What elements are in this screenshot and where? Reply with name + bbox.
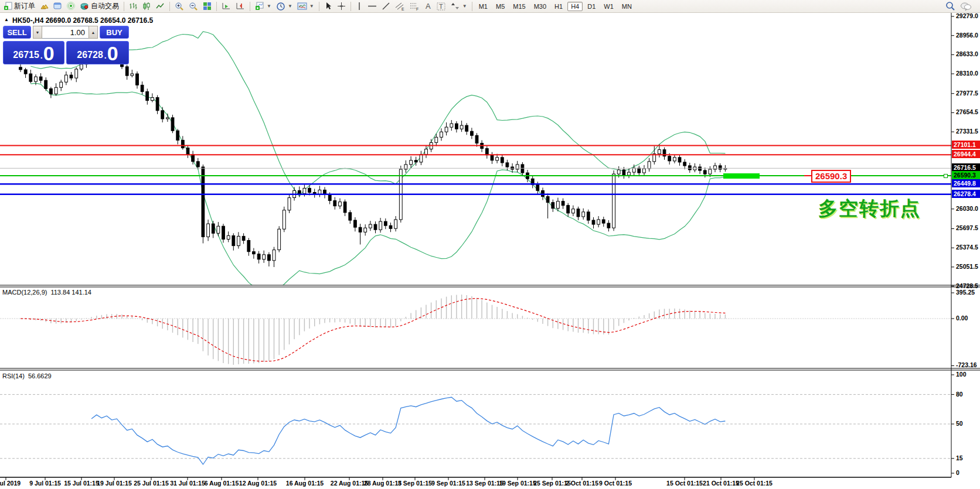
templates-button[interactable]: ▼	[295, 1, 317, 12]
toolbar-separator	[250, 2, 250, 11]
price-axis-tick: 25374.5	[956, 244, 978, 251]
macd-axis-tick: 395.25	[956, 289, 975, 296]
equidistant-channel-icon: E	[395, 2, 405, 11]
tf-button-M5[interactable]: M5	[492, 2, 508, 11]
text-label-tool-button[interactable]: T	[434, 1, 448, 12]
autotrading-button[interactable]: 自动交易	[78, 1, 121, 12]
text-tool-button[interactable]: A	[422, 1, 434, 12]
indicators-button[interactable]: ▼	[253, 1, 274, 12]
time-axis-label: 25 Oct 01:15	[728, 480, 781, 487]
zoom-out-button[interactable]	[186, 1, 200, 12]
chinese-annotation-text[interactable]: 多空转折点	[818, 196, 921, 222]
templates-icon	[297, 2, 307, 11]
price-axis-tick: 27654.5	[956, 108, 978, 115]
market-watch-button[interactable]	[38, 1, 51, 12]
tf-button-M30[interactable]: M30	[530, 2, 550, 11]
gold-icon	[40, 2, 49, 11]
crosshair-tool-button[interactable]	[335, 1, 348, 12]
zoom-in-icon	[175, 2, 184, 11]
rsi-axis-tick: 15	[956, 454, 963, 461]
tile-windows-button[interactable]	[200, 1, 214, 12]
hline-drag-handle[interactable]	[944, 174, 948, 178]
volume-input[interactable]	[42, 26, 89, 39]
collapse-chart-icon[interactable]: ▲	[4, 17, 9, 22]
vertical-line-icon	[356, 2, 363, 11]
signals-button[interactable]	[64, 1, 78, 12]
macd-axis-tick: 0.00	[956, 314, 968, 322]
tf-button-H1[interactable]: H1	[551, 2, 566, 11]
cursor-tool-button[interactable]	[322, 1, 335, 12]
price-axis-tick: 29279.0	[956, 12, 978, 19]
horizontal-line-icon	[368, 2, 377, 11]
auto-scroll-icon	[222, 2, 231, 11]
toolbar-separator	[124, 2, 124, 11]
tile-windows-icon	[203, 2, 212, 11]
buy-price-display[interactable]: 26728.0	[66, 41, 129, 64]
chart-shift-button[interactable]	[233, 1, 247, 12]
price-level-label: 26944.4	[952, 150, 980, 158]
price-axis-tick: 25697.5	[956, 224, 978, 231]
auto-scroll-button[interactable]	[219, 1, 233, 12]
terminal-button[interactable]	[51, 1, 64, 12]
buy-price-dot: .	[104, 52, 107, 60]
price-level-label: 26449.8	[952, 179, 980, 187]
toolbar-separator	[169, 2, 170, 11]
zoom-in-button[interactable]	[172, 1, 186, 12]
chevron-down-icon: ▼	[267, 4, 271, 9]
price-axis-tick: 25051.5	[956, 263, 978, 270]
chat-button[interactable]	[958, 1, 974, 12]
volume-decrease-button[interactable]: ▼	[33, 26, 42, 39]
chart-canvas[interactable]	[0, 0, 980, 489]
tf-button-W1[interactable]: W1	[600, 2, 617, 11]
equidistant-channel-tool-button[interactable]: E	[393, 1, 407, 12]
price-level-label: 26590.3	[952, 171, 980, 179]
horizontal-line-tool-button[interactable]	[365, 1, 379, 12]
price-axis-tick: 24728.5	[956, 282, 978, 289]
main-toolbar: 新订单 自动交易 ▼ ▼ ▼ E F A T ▼	[0, 0, 980, 13]
line-chart-icon	[156, 2, 165, 11]
volume-increase-button[interactable]: ▲	[89, 26, 98, 39]
price-level-label: 27101.1	[952, 141, 980, 149]
toolbar-separator	[216, 2, 217, 11]
rsi-name: RSI(14)	[2, 372, 25, 379]
tf-button-M1[interactable]: M1	[475, 2, 491, 11]
callout-connector	[804, 175, 811, 176]
text-icon: A	[424, 2, 432, 11]
zoom-out-icon	[189, 2, 198, 11]
green-highlight-segment[interactable]	[723, 173, 760, 179]
tf-button-D1[interactable]: D1	[584, 2, 599, 11]
tf-button-M15[interactable]: M15	[509, 2, 529, 11]
fibonacci-tool-button[interactable]: F	[407, 1, 422, 12]
arrows-icon	[451, 2, 460, 11]
vertical-line-tool-button[interactable]	[353, 1, 365, 12]
trendline-tool-button[interactable]	[379, 1, 393, 12]
buy-price-pips: 0	[107, 46, 118, 62]
chevron-down-icon: ▼	[288, 4, 292, 9]
candlestick-mode-button[interactable]	[140, 1, 154, 12]
line-chart-mode-button[interactable]	[154, 1, 167, 12]
chevron-down-icon: ▼	[462, 4, 467, 9]
price-callout-label[interactable]: 26590.3	[811, 170, 851, 183]
crosshair-icon	[337, 2, 346, 11]
price-axis-tick: 27331.5	[956, 128, 978, 135]
arrows-tool-button[interactable]: ▼	[448, 1, 469, 12]
chat-icon	[960, 2, 972, 11]
search-button[interactable]	[943, 1, 958, 12]
svg-text:T: T	[439, 3, 443, 10]
buy-button[interactable]: BUY	[100, 26, 129, 39]
price-axis-tick: 28310.0	[956, 70, 978, 77]
rsi-axis-tick: 80	[956, 391, 963, 398]
bar-chart-mode-button[interactable]	[127, 1, 140, 12]
sell-price-pips: 0	[43, 46, 55, 62]
periods-button[interactable]: ▼	[274, 1, 295, 12]
macd-name: MACD(12,26,9)	[2, 289, 47, 296]
tf-button-H4[interactable]: H4	[567, 2, 583, 11]
fibonacci-icon: F	[410, 2, 420, 11]
new-order-button[interactable]: 新订单	[1, 1, 38, 12]
sell-button[interactable]: SELL	[3, 26, 31, 39]
sell-price-display[interactable]: 26715.0	[3, 41, 64, 64]
rsi-axis-tick: 0	[956, 469, 959, 476]
sell-price-main: 26715	[13, 50, 39, 60]
tf-button-MN[interactable]: MN	[618, 2, 635, 11]
price-axis-tick: 28956.0	[956, 32, 978, 39]
